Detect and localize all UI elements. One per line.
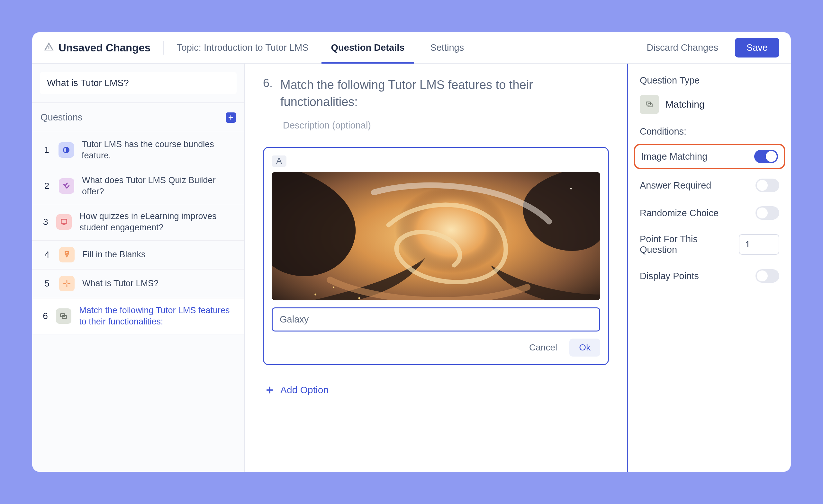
question-number: 2 [42,181,51,191]
condition-label: Answer Required [640,180,711,191]
condition-label: Display Points [640,271,699,281]
condition-points: Point For This Question [640,231,779,258]
svg-point-17 [570,188,572,190]
question-number: 4 [42,250,51,260]
option-text-input[interactable] [272,307,600,331]
openended-icon [56,214,72,230]
question-title[interactable]: Match the following Tutor LMS features t… [280,76,609,110]
question-text: What does Tutor LMS Quiz Builder offer? [82,175,234,197]
matching-icon [640,95,659,114]
toggle-display-points[interactable] [756,269,779,283]
save-button[interactable]: Save [735,38,779,57]
question-title-row: 6. Match the following Tutor LMS feature… [263,76,609,110]
cancel-button[interactable]: Cancel [523,338,563,356]
question-type-label: Question Type [640,75,779,86]
divider [163,41,164,55]
condition-display-points: Display Points [640,267,779,285]
truefalse-icon [58,142,74,158]
multichoice-icon [59,178,74,194]
right-panel: Question Type Matching Conditions: Image… [628,64,791,472]
question-text: Tutor LMS has the course bundles feature… [81,139,234,161]
ok-button[interactable]: Ok [569,338,600,356]
shortanswer-icon [59,276,74,291]
svg-point-16 [358,297,360,299]
question-type-chip: Matching [640,95,779,114]
header: Unsaved Changes Topic: Introduction to T… [32,32,791,64]
sidebar: Questions 1Tutor LMS has the course bund… [32,64,245,472]
questions-heading: Questions [40,112,83,123]
option-letter: A [272,156,287,167]
question-number: 6 [42,311,48,321]
condition-answer-required: Answer Required [640,176,779,195]
svg-point-15 [333,286,335,288]
condition-label: Image Matching [641,151,707,162]
toggle-answer-required[interactable] [756,179,779,192]
condition-randomize-choice: Randomize Choice [640,204,779,222]
condition-label: Randomize Choice [640,208,718,218]
question-item[interactable]: 6Match the following Tutor LMS features … [32,298,244,334]
svg-rect-3 [61,219,67,224]
tab-question-details[interactable]: Question Details [328,38,408,57]
question-type-value: Matching [665,99,705,110]
add-option-label: Add Option [280,385,329,396]
search-input[interactable] [40,72,236,94]
quiz-builder-app: Unsaved Changes Topic: Introduction to T… [32,32,791,472]
questions-heading-row: Questions [32,103,244,132]
warning-icon [44,41,54,54]
unsaved-label: Unsaved Changes [58,42,150,54]
question-item[interactable]: 1Tutor LMS has the course bundles featur… [32,132,244,168]
tab-settings[interactable]: Settings [427,38,467,57]
conditions-label: Conditions: [640,126,779,137]
question-text: Match the following Tutor LMS features t… [79,305,234,327]
unsaved-changes: Unsaved Changes [44,41,150,54]
condition-label: Point For This Question [640,234,717,255]
question-number: 6. [263,76,273,110]
question-item[interactable]: 2What does Tutor LMS Quiz Builder offer? [32,168,244,204]
option-actions: Cancel Ok [272,338,600,356]
question-description[interactable]: Description (optional) [283,120,609,131]
option-image[interactable] [272,172,600,300]
question-number: 3 [42,217,48,227]
fillblank-icon [59,247,74,262]
question-item[interactable]: 5What is Tutor LMS? [32,269,244,298]
question-text: What is Tutor LMS? [82,278,159,289]
condition-image-matching: Image Matching [634,144,785,169]
matching-icon [56,308,71,324]
body: Questions 1Tutor LMS has the course bund… [32,64,791,472]
search-wrap [32,64,244,103]
toggle-image-matching[interactable] [754,150,778,163]
topic-label: Topic: Introduction to Tutor LMS [177,42,308,53]
discard-button[interactable]: Discard Changes [641,39,723,56]
question-item[interactable]: 4Fill in the Blanks [32,240,244,269]
main-column: 6. Match the following Tutor LMS feature… [245,64,628,472]
question-number: 5 [42,278,51,289]
question-text: Fill in the Blanks [82,249,146,260]
question-number: 1 [42,145,51,155]
question-item[interactable]: 3How quizzes in eLearning improves stude… [32,204,244,240]
toggle-randomize-choice[interactable] [756,206,779,220]
svg-point-14 [314,294,316,295]
option-card: A [263,147,609,365]
add-question-button[interactable] [226,112,236,123]
add-option-button[interactable]: Add Option [265,385,609,396]
question-text: How quizzes in eLearning improves studen… [79,211,234,233]
points-input[interactable] [739,234,779,255]
question-list: 1Tutor LMS has the course bundles featur… [32,132,244,334]
